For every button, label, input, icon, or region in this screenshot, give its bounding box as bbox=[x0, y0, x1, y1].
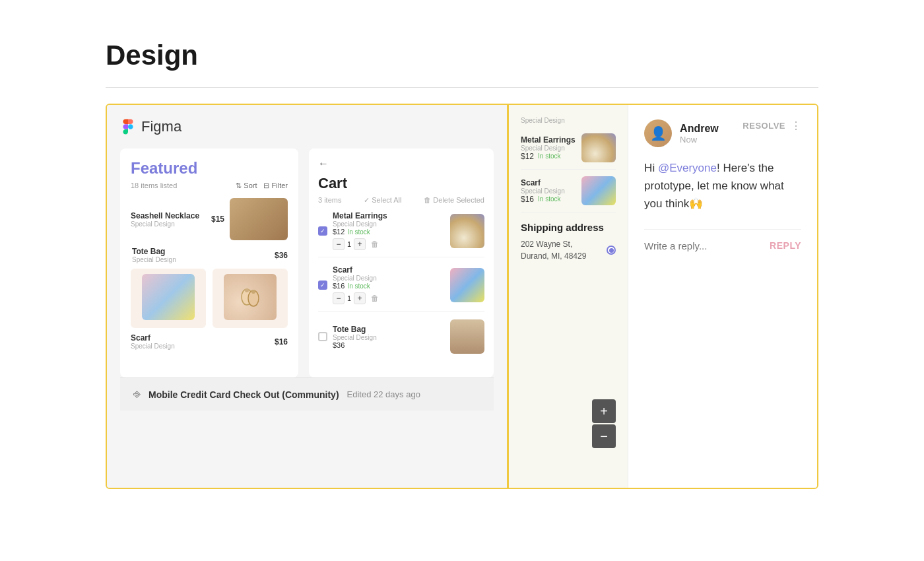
rp-scarf-price: $16 bbox=[521, 195, 534, 204]
qty-plus-earring[interactable]: + bbox=[354, 238, 366, 250]
rp-scarf-stock: In stock bbox=[538, 195, 560, 203]
resolve-button[interactable]: RESOLVE bbox=[742, 121, 785, 131]
cart-item-info-tote: Tote Bag Special Design $36 bbox=[333, 325, 445, 349]
frame-featured: Featured 18 items listed ⇅ Sort ⊟ Filter… bbox=[120, 148, 298, 378]
qty-minus-scarf[interactable]: − bbox=[333, 292, 345, 304]
scarf-qty: − 1 + 🗑 bbox=[333, 292, 445, 304]
shipping-radio[interactable] bbox=[607, 246, 616, 255]
trash-scarf[interactable]: 🗑 bbox=[371, 294, 379, 303]
necklace-img bbox=[230, 198, 288, 240]
comment-panel: 👤 Andrew Now RESOLVE ⋮ Hi @Everyone! Her… bbox=[628, 105, 817, 488]
figma-bottom-bar: ⎆ Mobile Credit Card Check Out (Communit… bbox=[120, 378, 494, 411]
shipping-address: 202 Wayne St, Durand, MI, 48429 bbox=[521, 238, 586, 262]
earring-qty: − 1 + 🗑 bbox=[333, 238, 445, 250]
comment-before: Hi bbox=[644, 162, 658, 174]
zoom-plus-button[interactable]: + bbox=[592, 399, 616, 423]
earring-stock: In stock bbox=[347, 228, 370, 236]
cart-delete: 🗑 Delete Selected bbox=[424, 196, 484, 205]
filter-label: ⊟ Filter bbox=[263, 182, 288, 190]
cart-checkbox-tote[interactable] bbox=[318, 332, 327, 341]
cart-checkbox-scarf[interactable]: ✓ bbox=[318, 280, 327, 290]
bottom-product-scarf: Scarf Special Design $16 bbox=[131, 333, 288, 350]
shipping-address-row: 202 Wayne St, Durand, MI, 48429 bbox=[521, 238, 616, 262]
figma-icon bbox=[120, 119, 136, 135]
trash-earring[interactable]: 🗑 bbox=[371, 240, 379, 249]
frames-container: Featured 18 items listed ⇅ Sort ⊟ Filter… bbox=[120, 148, 494, 378]
rp-item-earrings: Metal Earrings Special Design $12 In sto… bbox=[521, 127, 616, 170]
items-count: 18 items listed bbox=[131, 182, 177, 190]
page-title: Design bbox=[106, 40, 818, 71]
shipping-section: Shipping address 202 Wayne St, Durand, M… bbox=[521, 222, 616, 262]
comment-mention: @Everyone bbox=[658, 162, 717, 174]
rp-scarf-img bbox=[581, 176, 616, 205]
featured-label: Featured bbox=[131, 159, 288, 178]
rp-earring-stock: In stock bbox=[538, 152, 560, 160]
zoom-controls: + − bbox=[592, 399, 616, 448]
comment-actions: RESOLVE ⋮ bbox=[742, 119, 801, 132]
qty-plus-scarf[interactable]: + bbox=[354, 292, 366, 304]
zoom-minus-button[interactable]: − bbox=[592, 424, 616, 448]
cart-title: Cart bbox=[318, 175, 484, 192]
cart-item-info-scarf: Scarf Special Design $16 In stock − 1 + … bbox=[333, 265, 445, 304]
shipping-title: Shipping address bbox=[521, 222, 616, 233]
scarf-card bbox=[131, 269, 206, 328]
earring-price: $12 bbox=[333, 228, 345, 236]
scarf-info: Scarf Special Design bbox=[131, 333, 175, 350]
cart-back-icon: ← bbox=[318, 158, 484, 170]
divider bbox=[106, 87, 818, 88]
comment-time: Now bbox=[680, 135, 719, 145]
earring-img bbox=[224, 274, 277, 320]
comment-text: Hi @Everyone! Here's the prototype, let … bbox=[644, 159, 801, 213]
figma-header: Figma bbox=[120, 118, 494, 135]
rp-item-scarf: Scarf Special Design $16 In stock bbox=[521, 170, 616, 213]
figma-file-name: Mobile Credit Card Check Out (Community) bbox=[148, 389, 339, 400]
cart-item-earrings: ✓ Metal Earrings Special Design $12 In s… bbox=[318, 211, 484, 257]
comment-header: 👤 Andrew Now RESOLVE ⋮ bbox=[644, 119, 801, 147]
rp-earring-img bbox=[581, 133, 616, 162]
tote-price: $36 bbox=[333, 341, 345, 349]
product-cards-row bbox=[131, 269, 288, 328]
reply-button[interactable]: REPLY bbox=[770, 240, 801, 251]
product-row-necklace: Seashell Necklace Special Design $15 bbox=[131, 198, 288, 240]
frame-cart: ← Cart 3 items ✓ Select All 🗑 Delete Sel… bbox=[309, 148, 494, 378]
scarf-cart-img bbox=[450, 268, 484, 302]
earring-cart-img bbox=[450, 214, 484, 248]
reply-input[interactable] bbox=[644, 240, 770, 251]
cart-item-tote: Tote Bag Special Design $36 bbox=[318, 319, 484, 360]
figma-app-title: Figma bbox=[141, 118, 182, 135]
avatar: 👤 bbox=[644, 119, 672, 147]
more-options-icon[interactable]: ⋮ bbox=[791, 119, 801, 132]
cart-meta: 3 items ✓ Select All 🗑 Delete Selected bbox=[318, 196, 484, 205]
scarf-img bbox=[142, 274, 195, 320]
figma-edit-time: Edited 22 days ago bbox=[347, 389, 420, 399]
rp-special-design-label: Special Design bbox=[521, 117, 616, 124]
earring-svg bbox=[234, 284, 267, 310]
comment-user-info: Andrew Now bbox=[680, 123, 719, 145]
figma-bottom-icon: ⎆ bbox=[133, 387, 141, 401]
cart-select-all: ✓ Select All bbox=[364, 196, 401, 205]
scarf-price: $16 bbox=[333, 282, 345, 290]
qty-minus-earring[interactable]: − bbox=[333, 238, 345, 250]
main-card: Figma Featured 18 items listed ⇅ Sort ⊟ … bbox=[106, 104, 818, 489]
figma-panel: Figma Featured 18 items listed ⇅ Sort ⊟ … bbox=[107, 105, 507, 488]
scarf-stock: In stock bbox=[347, 282, 370, 290]
comment-user: 👤 Andrew Now bbox=[644, 119, 719, 147]
product-row-tote: Tote Bag Special Design $36 bbox=[131, 247, 288, 263]
tote-cart-img bbox=[450, 319, 484, 354]
cart-checkbox-earrings[interactable]: ✓ bbox=[318, 226, 327, 236]
comment-username: Andrew bbox=[680, 123, 719, 135]
cart-items-count: 3 items bbox=[318, 196, 341, 205]
earring-card bbox=[213, 269, 288, 328]
cart-item-info-earrings: Metal Earrings Special Design $12 In sto… bbox=[333, 211, 445, 250]
sort-filter-row: ⇅ Sort ⊟ Filter bbox=[236, 182, 288, 190]
product-info-necklace: Seashell Necklace Special Design bbox=[131, 211, 211, 228]
tote-info: Tote Bag Special Design bbox=[132, 247, 176, 263]
sort-label: ⇅ Sort bbox=[236, 182, 257, 190]
featured-meta: 18 items listed ⇅ Sort ⊟ Filter bbox=[131, 182, 288, 190]
svg-point-2 bbox=[245, 288, 249, 292]
svg-point-3 bbox=[251, 290, 255, 294]
cart-item-scarf: ✓ Scarf Special Design $16 In stock − bbox=[318, 265, 484, 312]
reply-area: REPLY bbox=[644, 229, 801, 251]
rp-earring-price: $12 bbox=[521, 152, 534, 161]
right-overflow-panel: Special Design Metal Earrings Special De… bbox=[507, 105, 628, 488]
